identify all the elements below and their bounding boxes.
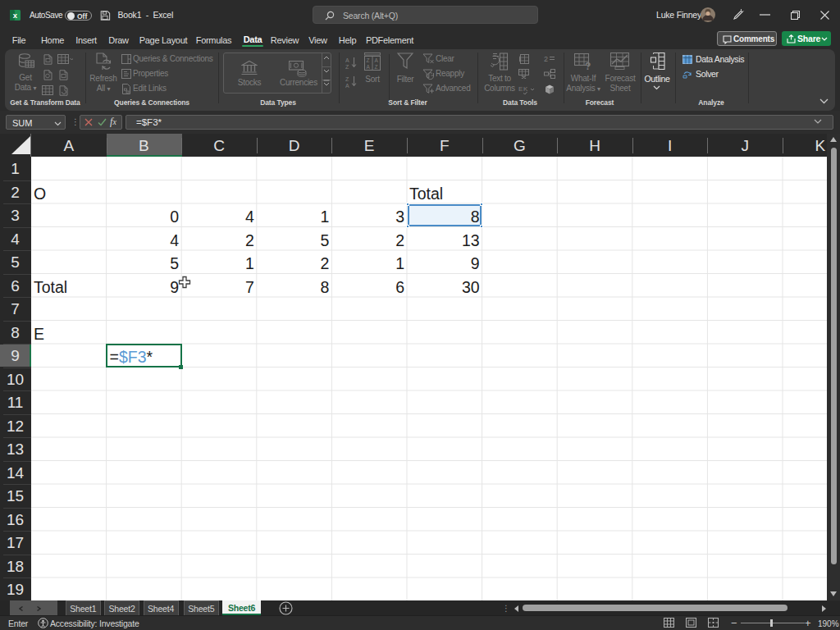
svg-text:A: A (367, 64, 371, 70)
svg-text:K: K (523, 85, 528, 93)
svg-text:E: E (518, 85, 523, 93)
svg-text:x: x (13, 11, 18, 20)
svg-text:Z: Z (345, 64, 349, 70)
svg-text:A: A (375, 57, 379, 63)
svg-text:Z: Z (375, 64, 378, 70)
svg-text:Z: Z (345, 76, 349, 82)
svg-text:2: 2 (544, 55, 548, 63)
svg-text:A: A (345, 57, 349, 63)
svg-text:A: A (345, 83, 349, 89)
svg-text:?: ? (585, 61, 591, 71)
svg-text:Z: Z (367, 57, 370, 63)
